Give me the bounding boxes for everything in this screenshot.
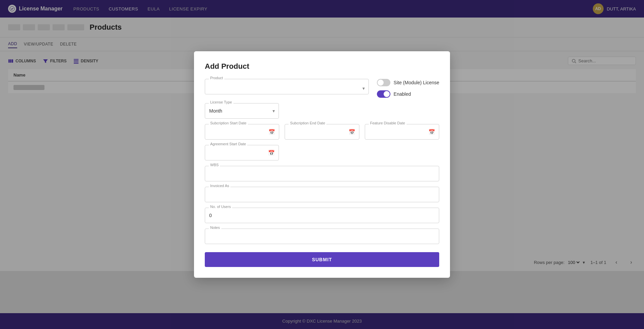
site-module-toggle[interactable] (377, 79, 390, 86)
no-of-users-input[interactable]: 0 (205, 208, 439, 223)
sub-end-input[interactable] (285, 124, 359, 140)
sub-start-label: Subcription Start Date (209, 121, 248, 125)
notes-field: Notes (205, 229, 439, 244)
sub-end-date-field: Subcription End Date 📅 (285, 124, 359, 140)
agreement-calendar-icon[interactable]: 📅 (268, 150, 275, 156)
product-field: Product ▾ (205, 79, 369, 98)
add-product-modal: Add Product Product ▾ Site (Module) Lice… (194, 51, 450, 278)
enabled-toggle[interactable] (377, 90, 390, 98)
modal-title: Add Product (205, 62, 439, 71)
wbs-input[interactable] (205, 166, 439, 181)
no-of-users-label: No. of Users (209, 205, 232, 209)
site-module-toggle-item: Site (Module) License (377, 79, 439, 86)
sub-end-label: Subcription End Date (289, 121, 326, 125)
product-label: Product (209, 76, 224, 80)
feature-disable-calendar-icon[interactable]: 📅 (428, 129, 435, 135)
agreement-start-label: Agreement Start Date (209, 142, 247, 146)
invoiced-as-input[interactable] (205, 187, 439, 202)
sub-end-calendar-icon[interactable]: 📅 (349, 129, 355, 135)
notes-label: Notes (209, 226, 221, 230)
agreement-start-field: Agreement Start Date 📅 (205, 145, 279, 160)
agreement-start-input[interactable] (205, 145, 279, 160)
feature-disable-date-field: Feature Disable Date 📅 (365, 124, 439, 140)
modal-overlay: Add Product Product ▾ Site (Module) Lice… (0, 0, 644, 329)
enabled-label: Enabled (394, 91, 411, 97)
feature-disable-input[interactable] (365, 124, 439, 140)
site-module-label: Site (Module) License (394, 80, 439, 85)
notes-input[interactable] (205, 229, 439, 244)
license-type-row: License Type Month Annual Perpetual ▾ (205, 103, 439, 119)
license-type-select[interactable]: Month Annual Perpetual (205, 103, 279, 119)
date-row-2: Agreement Start Date 📅 (205, 145, 439, 160)
submit-button[interactable]: SUBMIT (205, 252, 439, 267)
invoiced-as-label: Invoiced As (209, 184, 230, 188)
no-of-users-field: No. of Users 0 (205, 208, 439, 223)
license-type-field: License Type Month Annual Perpetual ▾ (205, 103, 279, 119)
date-row-1: Subcription Start Date 📅 Subcription End… (205, 124, 439, 140)
toggle-row: Site (Module) License Enabled (374, 79, 439, 98)
feature-disable-label: Feature Disable Date (369, 121, 407, 125)
license-type-label: License Type (209, 100, 233, 104)
product-and-toggles-row: Product ▾ Site (Module) License Enabled (205, 79, 439, 98)
product-select[interactable] (205, 79, 369, 94)
sub-start-date-field: Subcription Start Date 📅 (205, 124, 279, 140)
enabled-toggle-item: Enabled (377, 90, 439, 98)
wbs-field: WBS (205, 166, 439, 181)
sub-start-input[interactable] (205, 124, 279, 140)
wbs-label: WBS (209, 163, 220, 167)
invoiced-as-field: Invoiced As (205, 187, 439, 202)
sub-start-calendar-icon[interactable]: 📅 (268, 129, 275, 135)
